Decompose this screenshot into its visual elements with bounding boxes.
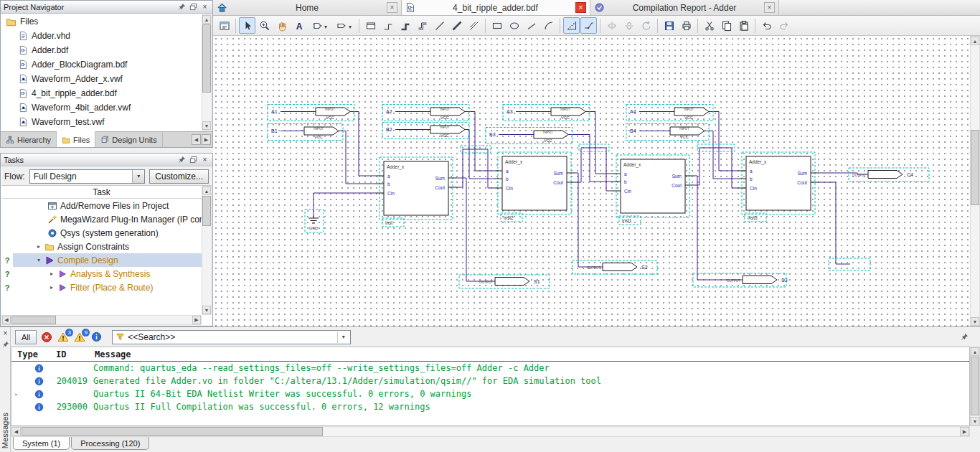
input-pin-a4[interactable]: A4 INPUT VCC — [626, 105, 713, 121]
task-row[interactable]: Add/Remove Files in Project — [1, 199, 202, 212]
diagonal-conduit-tool-icon[interactable] — [466, 17, 482, 34]
expander-icon[interactable]: ▸ — [47, 270, 56, 277]
expander-icon[interactable]: ▸ — [34, 243, 43, 250]
tree-item-file[interactable]: Adder.bdf — [1, 43, 202, 57]
output-pin-c4[interactable]: OUTPUT C4 — [849, 168, 929, 182]
expander-icon[interactable]: ▾ — [34, 257, 43, 263]
gnd-symbol[interactable]: GND — [305, 209, 324, 232]
tab-system[interactable]: System (1) — [13, 437, 70, 450]
rotate-left-icon[interactable] — [638, 17, 654, 34]
input-pin-b3[interactable]: B3 INPUT VCC — [486, 128, 573, 144]
info-filter-icon[interactable] — [90, 331, 103, 344]
expander-icon[interactable]: ▸ — [47, 284, 56, 291]
warning-filter-icon[interactable]: 9 — [73, 331, 86, 344]
pin-icon[interactable] — [960, 332, 969, 342]
navigator-vertical-scrollbar[interactable] — [202, 14, 212, 131]
close-icon[interactable]: × — [200, 155, 209, 164]
close-tab-icon[interactable]: × — [764, 2, 775, 13]
pin-icon[interactable] — [177, 155, 187, 164]
message-row[interactable]: ▸ Quartus II 64-Bit EDA Netlist Writer w… — [11, 387, 969, 400]
flip-vertical-icon[interactable] — [621, 17, 637, 34]
paste-icon[interactable] — [735, 17, 752, 34]
float-window-icon[interactable] — [189, 155, 198, 164]
save-icon[interactable] — [661, 17, 677, 34]
tree-root-files[interactable]: Files — [1, 14, 202, 29]
close-icon[interactable]: × — [200, 2, 209, 11]
flip-horizontal-icon[interactable] — [603, 17, 620, 34]
input-pin-b1[interactable]: B1 INPUT VCC — [268, 124, 343, 141]
float-window-icon[interactable] — [189, 2, 198, 11]
tab-scroll-left-icon[interactable] — [192, 134, 201, 145]
arc-tool-icon[interactable] — [540, 17, 557, 34]
canvas-vertical-scrollbar[interactable] — [970, 36, 980, 326]
customize-button[interactable]: Customize... — [149, 169, 209, 184]
task-row[interactable]: Qsys (system generation) — [1, 226, 202, 240]
pin-icon[interactable] — [1, 339, 10, 349]
input-pin-a2[interactable]: A2 INPUT VCC — [382, 105, 469, 121]
messages-vertical-scrollbar[interactable] — [970, 347, 980, 426]
orthogonal-conduit-tool-icon[interactable] — [414, 17, 430, 34]
adder-block-1[interactable]: Adder_x a b Cin Sum Cout inst — [375, 157, 457, 227]
tab-design-units[interactable]: Design Units — [95, 132, 162, 147]
task-row-fitter[interactable]: ? ▸ Fitter (Place & Route) — [1, 281, 202, 294]
filter-all-button[interactable]: All — [15, 330, 37, 344]
tab-processing[interactable]: Processing (120) — [71, 437, 149, 450]
task-row[interactable]: MegaWizard Plug-In Manager (IP con — [1, 212, 202, 226]
tree-item-file[interactable]: Waveform_Adder_x.vwf — [1, 72, 202, 86]
tab-compilation-report[interactable]: Compilation Report - Adder × — [590, 0, 779, 15]
tree-item-file[interactable]: Waveform_test.vwf — [1, 115, 202, 129]
hand-tool-icon[interactable] — [273, 17, 290, 34]
message-search-input[interactable]: <<Search>> — [112, 330, 351, 344]
close-icon[interactable]: × — [1, 329, 10, 338]
critical-warning-filter-icon[interactable]: 3 — [57, 331, 70, 344]
adder-block-3[interactable]: Adder_x a b Cin Sum Cout inst1 — [612, 155, 694, 225]
message-row[interactable]: 293000 Quartus II Full Compilation was s… — [11, 400, 969, 413]
schematic-canvas[interactable]: A1 INPUT VCC A2 INPUT VCC A3 — [213, 36, 970, 326]
redo-icon[interactable] — [776, 17, 792, 34]
copy-icon[interactable] — [718, 17, 735, 34]
task-row-compile-design[interactable]: ? ▾ Compile Design — [1, 253, 202, 267]
tab-hierarchy[interactable]: Hierarchy — [1, 132, 57, 147]
block-tool-icon[interactable] — [362, 17, 379, 34]
input-pin-a1[interactable]: A1 INPUT VCC — [268, 105, 354, 121]
tab-scroll-right-icon[interactable] — [202, 134, 211, 145]
selection-tool-icon[interactable] — [239, 17, 255, 34]
close-tab-icon[interactable]: × — [387, 2, 397, 13]
diagonal-bus-tool-icon[interactable] — [448, 17, 465, 34]
rubberbanding-icon[interactable] — [563, 17, 580, 34]
orthogonal-node-tool-icon[interactable] — [380, 17, 396, 34]
orthogonal-bus-tool-icon[interactable] — [397, 17, 413, 34]
pin-icon[interactable] — [177, 2, 187, 11]
adder-block-4[interactable]: Adder_x a b Cin Sum Cout inst3 — [738, 152, 819, 222]
task-row-analysis-synthesis[interactable]: ? ▸ Analysis & Synthesis — [1, 267, 202, 281]
chevron-down-icon[interactable] — [337, 331, 349, 343]
message-row[interactable]: 204019 Generated file Adder.vo in folder… — [11, 375, 969, 387]
tab-home[interactable]: Home × — [213, 0, 402, 15]
error-filter-icon[interactable] — [40, 331, 53, 344]
attach-report-icon[interactable] — [216, 17, 232, 34]
line-tool-icon[interactable] — [523, 17, 540, 34]
pin-tool-icon[interactable] — [332, 17, 356, 34]
tree-item-file[interactable]: Waveform_4bit_adder.vwf — [1, 100, 202, 115]
flow-select[interactable]: Full Design — [29, 169, 146, 184]
tasks-vertical-scrollbar[interactable] — [202, 186, 212, 315]
input-pin-b2[interactable]: B2 INPUT VCC — [382, 123, 469, 139]
messages-horizontal-scrollbar[interactable] — [11, 426, 970, 437]
cut-icon[interactable] — [701, 17, 717, 34]
symbol-tool-icon[interactable] — [308, 17, 331, 34]
rectangle-tool-icon[interactable] — [489, 17, 505, 34]
chevron-down-icon[interactable] — [132, 170, 144, 183]
message-row[interactable]: Command: quartus_eda --read_settings_fil… — [11, 362, 969, 375]
expander-icon[interactable]: ▸ — [11, 391, 22, 397]
task-row[interactable]: ▸ Assign Constraints — [1, 240, 202, 253]
tab-4-bit-ripple-adder[interactable]: 4_bit_ripple_adder.bdf × — [402, 0, 590, 15]
close-tab-icon[interactable]: × — [575, 2, 586, 13]
adder-block-2[interactable]: Adder_x a b Cin Sum Cout inst2 — [494, 152, 575, 222]
partial-line-selection-icon[interactable] — [580, 17, 597, 34]
input-pin-b4[interactable]: B4 INPUT VCC — [626, 124, 709, 141]
tab-files[interactable]: Files — [57, 131, 95, 147]
tasks-horizontal-scrollbar[interactable] — [1, 315, 202, 325]
input-pin-a3[interactable]: A3 INPUT VCC — [503, 105, 590, 121]
tree-item-file[interactable]: Adder.vhd — [1, 29, 202, 43]
oval-tool-icon[interactable] — [506, 17, 522, 34]
